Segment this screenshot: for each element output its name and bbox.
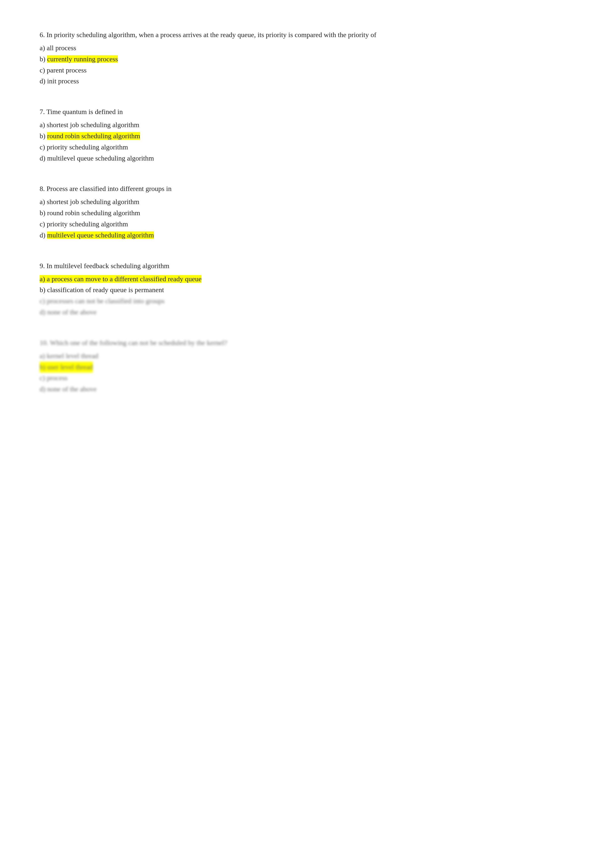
q8-text: 8. Process are classified into different… (40, 184, 574, 194)
q6-option-c: c) parent process (40, 65, 574, 76)
q7-highlight: round robin scheduling algorithm (47, 132, 140, 140)
q6-option-a: a) all process (40, 43, 574, 54)
question-8: 8. Process are classified into different… (40, 184, 574, 241)
question-6: 6. In priority scheduling algorithm, whe… (40, 30, 574, 87)
q10-option-a: a) kernel level thread (40, 350, 574, 362)
q10-option-b: b) user level thread (40, 362, 93, 373)
q9-option-c: c) processes can not be classified into … (40, 296, 574, 307)
q10-text: 10. Which one of the following can not b… (40, 338, 574, 348)
question-9: 9. In multilevel feedback scheduling alg… (40, 261, 574, 318)
q8-highlight: multilevel queue scheduling algorithm (47, 231, 154, 239)
q9-option-d: d) none of the above (40, 307, 574, 318)
q7-option-b: b) round robin scheduling algorithm (40, 130, 574, 142)
q7-option-d: d) multilevel queue scheduling algorithm (40, 153, 574, 164)
document-content: 6. In priority scheduling algorithm, whe… (40, 30, 574, 395)
question-7: 7. Time quantum is defined in a) shortes… (40, 107, 574, 164)
q8-option-b: b) round robin scheduling algorithm (40, 208, 574, 219)
q8-option-a: a) shortest job scheduling algorithm (40, 197, 574, 208)
q10-option-c: c) process (40, 372, 574, 384)
q9-text: 9. In multilevel feedback scheduling alg… (40, 261, 574, 271)
q6-option-b: b) currently running process (40, 54, 574, 65)
q9-highlight: a) a process can move to a different cla… (40, 275, 202, 283)
q7-option-a: a) shortest job scheduling algorithm (40, 119, 574, 130)
q7-option-c: c) priority scheduling algorithm (40, 142, 574, 153)
q10-option-d: d) none of the above (40, 384, 574, 395)
q8-option-c: c) priority scheduling algorithm (40, 219, 574, 230)
q7-text: 7. Time quantum is defined in (40, 107, 574, 117)
q9-option-a: a) a process can move to a different cla… (40, 274, 574, 285)
q9-option-b: b) classification of ready queue is perm… (40, 284, 574, 296)
question-10: 10. Which one of the following can not b… (40, 338, 574, 395)
q6-highlight: currently running process (47, 55, 118, 63)
q6-option-d: d) init process (40, 76, 574, 87)
q8-option-d: d) multilevel queue scheduling algorithm (40, 230, 574, 241)
q6-text: 6. In priority scheduling algorithm, whe… (40, 30, 574, 40)
